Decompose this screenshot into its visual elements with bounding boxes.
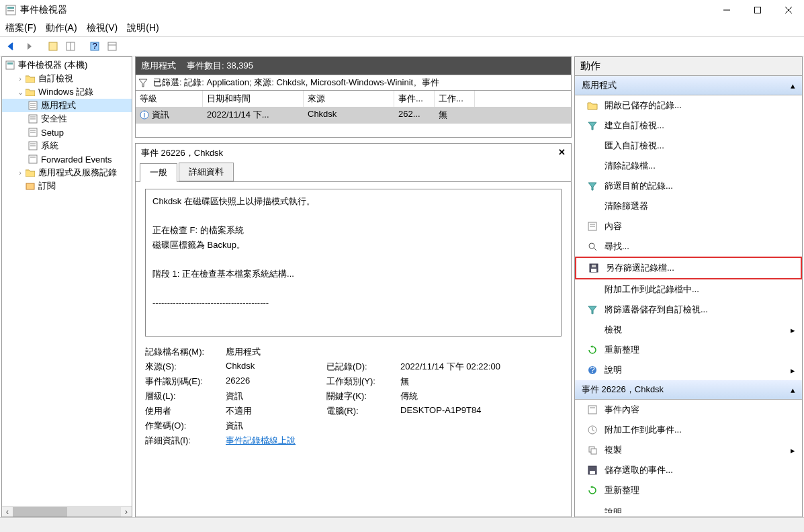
tab-details[interactable]: 詳細資料: [179, 163, 234, 181]
action-refresh-2[interactable]: 重新整理: [575, 480, 802, 500]
minimize-button[interactable]: [711, 0, 742, 20]
save-icon: [588, 263, 599, 273]
cell-task: 無: [435, 107, 475, 124]
svg-rect-14: [6, 61, 14, 69]
col-level[interactable]: 等級: [136, 91, 203, 107]
prop-opcode-value: 資訊: [226, 420, 326, 432]
action-import-cv[interactable]: 匯入自訂檢視...: [575, 136, 802, 156]
col-source[interactable]: 來源: [304, 91, 394, 107]
collapse-icon[interactable]: ⌄: [15, 88, 25, 97]
back-button[interactable]: [4, 39, 19, 54]
scroll-right-icon[interactable]: ›: [121, 506, 132, 517]
chevron-up-icon: ▴: [791, 385, 795, 395]
svg-rect-15: [7, 62, 13, 64]
tree-sys[interactable]: 系統: [2, 139, 132, 152]
col-task[interactable]: 工作...: [435, 91, 475, 107]
tool-icon-2[interactable]: [63, 39, 78, 54]
tree-appsvc-label: 應用程式及服務記錄: [38, 167, 117, 179]
event-table: 等級 日期和時間 來源 事件... 工作... i資訊 2022/11/14 下…: [135, 91, 572, 138]
tree-app-label: 應用程式: [41, 99, 76, 112]
menu-file[interactable]: 檔案(F): [5, 22, 36, 34]
svg-rect-41: [592, 265, 596, 267]
info-icon: i: [140, 110, 149, 120]
refresh-icon: [587, 485, 598, 496]
close-button[interactable]: [773, 0, 804, 20]
tree-setup[interactable]: Setup: [2, 126, 132, 139]
action-event-props[interactable]: 事件內容: [575, 400, 802, 420]
menu-view[interactable]: 檢視(V): [87, 22, 118, 34]
col-date[interactable]: 日期和時間: [203, 91, 304, 107]
tree-root[interactable]: 事件檢視器 (本機): [2, 58, 132, 72]
actions-section-event[interactable]: 事件 26226，Chkdsk▴: [575, 380, 802, 400]
action-clear-filter[interactable]: 清除篩選器: [575, 196, 802, 216]
svg-rect-2: [7, 10, 14, 11]
action-clear-log[interactable]: 清除記錄檔...: [575, 156, 802, 176]
table-header[interactable]: 等級 日期和時間 來源 事件... 工作...: [136, 91, 571, 107]
tree-app[interactable]: 應用程式: [2, 99, 132, 112]
action-copy[interactable]: 複製▸: [575, 440, 802, 460]
svg-rect-31: [26, 183, 34, 189]
action-find[interactable]: 尋找...: [575, 236, 802, 257]
menubar: 檔案(F) 動作(A) 檢視(V) 說明(H): [0, 20, 804, 36]
menu-help[interactable]: 說明(H): [127, 22, 159, 34]
forward-button[interactable]: [21, 39, 36, 54]
svg-rect-29: [29, 155, 37, 163]
tree-fwd[interactable]: Forwarded Events: [2, 152, 132, 166]
tree-winlog-label: Windows 記錄: [38, 86, 93, 98]
action-open-saved[interactable]: 開啟已儲存的記錄...: [575, 95, 802, 116]
tool-icon-3[interactable]: [105, 39, 120, 54]
prop-logname-label: 記錄檔名稱(M):: [145, 346, 226, 358]
svg-rect-52: [590, 471, 595, 474]
maximize-button[interactable]: [742, 0, 773, 20]
action-attach-log[interactable]: 附加工作到此記錄檔中...: [575, 279, 802, 300]
table-row[interactable]: i資訊 2022/11/14 下... Chkdsk 262... 無: [136, 107, 571, 124]
scroll-left-icon[interactable]: ‹: [2, 506, 13, 517]
actions-section-app[interactable]: 應用程式▴: [575, 76, 802, 95]
menu-action[interactable]: 動作(A): [46, 22, 77, 34]
tree-pane: 事件檢視器 (本機) › 自訂檢視 ⌄ Windows 記錄 應用程式 安全性 …: [1, 56, 132, 517]
action-props[interactable]: 內容: [575, 216, 802, 236]
prop-user-value: 不適用: [226, 405, 326, 417]
tree-appsvc[interactable]: › 應用程式及服務記錄: [2, 166, 132, 179]
actions-pane: 動作 應用程式▴ 開啟已儲存的記錄... 建立自訂檢視... 匯入自訂檢視...…: [574, 56, 803, 517]
action-help[interactable]: ?說明▸: [575, 360, 802, 380]
tree-sub[interactable]: 訂閱: [2, 179, 132, 193]
log-icon: [28, 127, 38, 138]
expand-icon[interactable]: ›: [15, 169, 25, 177]
cell-date: 2022/11/14 下...: [203, 107, 304, 124]
tool-icon-1[interactable]: [46, 39, 60, 54]
action-save-cv[interactable]: 將篩選器儲存到自訂檢視...: [575, 300, 802, 320]
find-icon: [587, 241, 598, 252]
col-eventid[interactable]: 事件...: [394, 91, 435, 107]
tab-general[interactable]: 一般: [140, 163, 177, 182]
blank-icon: [587, 140, 598, 151]
action-create-cv[interactable]: 建立自訂檢視...: [575, 116, 802, 136]
tree-sec[interactable]: 安全性: [2, 112, 132, 126]
action-attach-event[interactable]: 附加工作到此事件...: [575, 420, 802, 440]
cell-eventid: 262...: [394, 107, 435, 124]
tree-custom[interactable]: › 自訂檢視: [2, 72, 132, 85]
help-icon[interactable]: ?: [87, 39, 102, 54]
action-view[interactable]: 檢視▸: [575, 320, 802, 340]
folder-open-icon: [587, 100, 598, 111]
prop-moreinfo-label: 詳細資訊(I):: [145, 435, 226, 447]
action-filter[interactable]: 篩選目前的記錄...: [575, 176, 802, 196]
moreinfo-link[interactable]: 事件記錄檔線上說: [226, 435, 296, 445]
prop-keywords-value: 傳統: [400, 390, 535, 402]
detail-tabs: 一般 詳細資料: [136, 163, 571, 182]
close-icon[interactable]: ✕: [558, 147, 566, 159]
action-refresh[interactable]: 重新整理: [575, 340, 802, 360]
action-save-filtered[interactable]: 另存篩選記錄檔...: [575, 257, 802, 279]
svg-line-48: [592, 430, 594, 431]
action-help-2[interactable]: 說明: [575, 500, 802, 517]
blank-icon: [587, 324, 598, 335]
action-save-selected[interactable]: 儲存選取的事件...: [575, 460, 802, 480]
prop-eid-value: 26226: [226, 375, 326, 388]
prop-level-label: 層級(L):: [145, 390, 226, 402]
horizontal-scrollbar[interactable]: ‹ ›: [2, 506, 132, 517]
expand-icon[interactable]: ›: [15, 75, 25, 83]
help-icon: [587, 504, 598, 515]
chevron-right-icon: ▸: [791, 365, 795, 375]
tree-winlog[interactable]: ⌄ Windows 記錄: [2, 85, 132, 99]
tree-fwd-label: Forwarded Events: [41, 154, 112, 165]
